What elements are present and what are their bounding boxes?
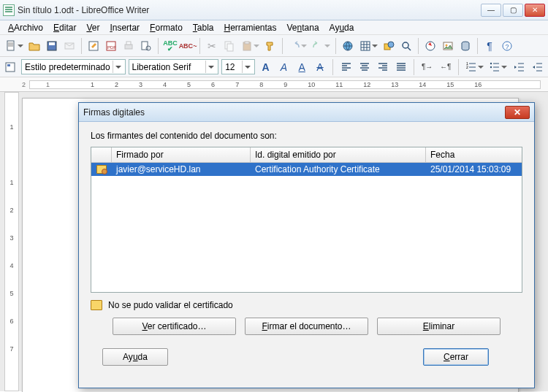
cell-date: 25/01/2014 15:03:09 [426,164,522,174]
cell-signed-by: javier@serviceHD.lan [112,164,251,174]
sign-document-button[interactable]: Firmar el documento… [245,318,368,335]
dialog-close-button[interactable]: ✕ [505,106,530,119]
col-issued-by[interactable]: Id. digital emitido por [251,147,426,162]
help-button[interactable]: Ayuda [102,348,168,366]
col-signed-by[interactable]: Firmado por [112,147,251,162]
dialog-titlebar[interactable]: Firmas digitales ✕ [79,103,534,122]
cell-issued-by: Certification Authority Certificate [251,164,426,174]
view-certificate-button[interactable]: Ver certificado… [113,318,236,335]
status-row: No se pudo validar el certificado [91,300,522,310]
signature-row[interactable]: javier@serviceHD.lan Certification Autho… [91,163,522,176]
delete-button[interactable]: Eliminar [377,318,501,335]
signatures-list[interactable]: Firmado por Id. digital emitido por Fech… [91,147,522,293]
list-header: Firmado por Id. digital emitido por Fech… [91,147,522,163]
digital-signatures-dialog: Firmas digitales ✕ Los firmantes del con… [78,102,535,388]
status-text: No se pudo validar el certificado [108,300,233,310]
warning-icon [91,300,102,310]
dialog-title: Firmas digitales [83,107,145,118]
col-date[interactable]: Fecha [426,147,522,162]
col-icon[interactable] [91,147,112,162]
certificate-icon [96,165,107,174]
dialog-message: Los firmantes del contenido del document… [91,131,522,141]
close-button[interactable]: Cerrar [423,348,489,366]
